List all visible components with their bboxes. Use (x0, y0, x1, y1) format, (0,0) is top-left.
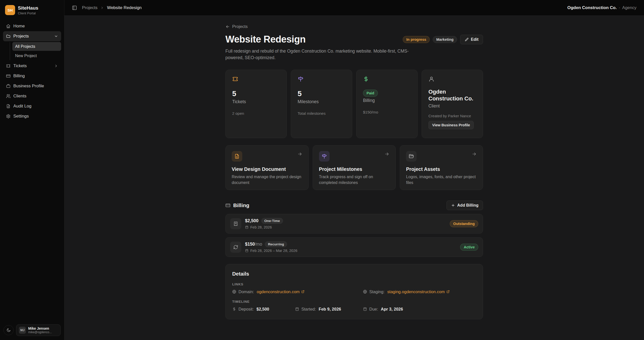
sidebar-nav: Home Projects All Projects New Project T… (3, 21, 61, 121)
receipt-icon (233, 221, 238, 226)
paid-badge: Paid (363, 90, 378, 97)
page-title: Website Redesign (225, 34, 306, 45)
links-grid: Domain: ogdenconstruction.com Staging: s… (232, 289, 476, 294)
sidebar-item-new-project[interactable]: New Project (12, 51, 61, 60)
stat-sub: $150/mo (363, 110, 411, 115)
dollar-icon (363, 76, 369, 82)
breadcrumb: Projects Website Redesign (82, 5, 142, 10)
external-link-icon (301, 290, 305, 293)
folder-icon (6, 34, 11, 39)
staging-link[interactable]: staging.ogdenconstruction.com (387, 289, 450, 294)
quick-link-description: Logos, images, fonts, and other project … (406, 174, 477, 185)
invoice-line1: $2,500 One-Time (245, 218, 283, 224)
invoice-line2: Feb 28, 2026 – Mar 28, 2026 (245, 249, 297, 253)
avatar: MJ (19, 327, 26, 334)
workspace-client-name: Ogden Construction Co. (567, 5, 617, 10)
started-label: Started: (301, 307, 316, 312)
edit-button[interactable]: Edit (460, 35, 483, 44)
sidebar-item-settings[interactable]: Settings (3, 111, 61, 121)
quick-link-design-document[interactable]: View Design Document Review and manage t… (225, 145, 309, 190)
folder-open-icon (409, 154, 414, 159)
quick-link-milestones[interactable]: Project Milestones Track progress and si… (313, 145, 396, 190)
theme-toggle-button[interactable] (4, 325, 14, 335)
brand-initials: SH (8, 8, 13, 12)
staging-value: staging.ogdenconstruction.com (387, 289, 445, 294)
gear-icon (6, 114, 11, 119)
chevron-down-icon (54, 34, 58, 38)
moon-icon (6, 328, 11, 332)
due-item: Due: Apr 3, 2026 (363, 307, 476, 312)
sidebar-footer: MJ Mike Jensen mike@ogdenco... (3, 323, 61, 337)
stat-sub: Total milestones (298, 111, 345, 116)
sidebar-item-label: Tickets (13, 63, 27, 68)
billing-row-one-time[interactable]: $2,500 One-Time Feb 28, 2026 Outstanding (225, 214, 483, 234)
started-value: Feb 9, 2026 (319, 307, 341, 312)
app: SH SiteHaus Client Portal Home Projects … (0, 0, 644, 340)
domain-link[interactable]: ogdenconstruction.com (257, 289, 305, 294)
billing-section-header: Billing Add Billing (225, 201, 483, 210)
sidebar-item-business-profile[interactable]: Business Profile (3, 81, 61, 91)
sidebar-item-tickets[interactable]: Tickets (3, 61, 61, 71)
domain-item: Domain: ogdenconstruction.com (232, 289, 363, 294)
invoice-line1: $150/mo Recurring (245, 241, 297, 247)
quick-links-grid: View Design Document Review and manage t… (225, 145, 483, 190)
file-text-icon (6, 104, 11, 108)
invoice-amount: $2,500 (245, 218, 259, 223)
add-billing-button[interactable]: Add Billing (447, 201, 483, 210)
billing-heading: Billing (233, 202, 249, 208)
plus-icon (451, 203, 455, 207)
sidebar-item-clients[interactable]: Clients (3, 91, 61, 101)
stats-grid: 5 Tickets 2 open 5 Milestones Total mile… (225, 70, 483, 138)
client-created-by: Created by Parker Nance (428, 114, 476, 118)
sidebar-item-home[interactable]: Home (3, 21, 61, 31)
title-actions: In progress Marketing Edit (403, 35, 483, 44)
quick-link-title: Project Assets (406, 166, 477, 172)
refresh-icon (233, 245, 238, 250)
brand[interactable]: SH SiteHaus Client Portal (3, 3, 61, 17)
brand-subtitle: Client Portal (18, 11, 38, 15)
started-item: Started: Feb 9, 2026 (295, 307, 363, 312)
page-container: Projects Website Redesign In progress Ma… (225, 16, 483, 319)
status-badge: In progress (403, 36, 430, 43)
quick-link-title: View Design Document (232, 166, 302, 172)
file-text-icon (234, 154, 240, 159)
breadcrumb-projects[interactable]: Projects (82, 5, 97, 10)
stat-card-client: Ogden Construction Co. Client Created by… (422, 70, 483, 138)
timeline-grid: Deposit: $2,500 Started: Feb 9, 2026 Due… (232, 307, 476, 312)
sidebar-item-audit-log[interactable]: Audit Log (3, 101, 61, 111)
invoice-dates: Feb 28, 2026 (250, 225, 272, 229)
stat-label: Billing (363, 98, 411, 103)
client-name[interactable]: Ogden Construction Co. (428, 88, 476, 102)
user-menu[interactable]: MJ Mike Jensen mike@ogdenco... (16, 324, 61, 336)
recurring-icon-tile (230, 242, 241, 253)
deposit-label: Deposit: (238, 307, 254, 312)
calendar-icon (295, 307, 299, 311)
sidebar-toggle-icon[interactable] (72, 5, 77, 10)
arrow-left-icon (225, 24, 230, 29)
brand-text: SiteHaus Client Portal (18, 5, 38, 15)
design-document-icon-tile (232, 151, 242, 162)
sidebar-item-label: Business Profile (13, 84, 44, 89)
brand-logo: SH (5, 5, 15, 15)
users-icon (6, 94, 11, 98)
billing-row-recurring[interactable]: $150/mo Recurring Feb 28, 2026 – Mar 28,… (225, 237, 483, 257)
deposit-item: Deposit: $2,500 (232, 307, 295, 312)
invoice-dates: Feb 28, 2026 – Mar 28, 2026 (250, 249, 297, 253)
brand-name: SiteHaus (18, 5, 38, 11)
paid-badge-wrap: Paid (363, 90, 411, 97)
invoice-amount: $150/mo (245, 242, 262, 247)
sidebar-item-all-projects[interactable]: All Projects (12, 42, 61, 51)
projects-subnav: All Projects New Project (10, 42, 61, 60)
user-icon (428, 76, 434, 82)
invoice-main: $2,500 One-Time Feb 28, 2026 (245, 218, 283, 229)
view-business-profile-button[interactable]: View Business Profile (428, 121, 474, 129)
sidebar-item-billing[interactable]: Billing (3, 71, 61, 81)
sidebar-item-projects[interactable]: Projects (3, 31, 61, 41)
details-card: Details LINKS Domain: ogdenconstruction.… (225, 264, 483, 319)
back-to-projects-link[interactable]: Projects (225, 24, 248, 29)
briefcase-icon (6, 84, 11, 88)
invoice-period: /mo (255, 242, 262, 247)
chevron-right-icon (54, 64, 58, 68)
invoice-status-badge: Outstanding (450, 220, 478, 227)
quick-link-assets[interactable]: Project Assets Logos, images, fonts, and… (400, 145, 483, 190)
